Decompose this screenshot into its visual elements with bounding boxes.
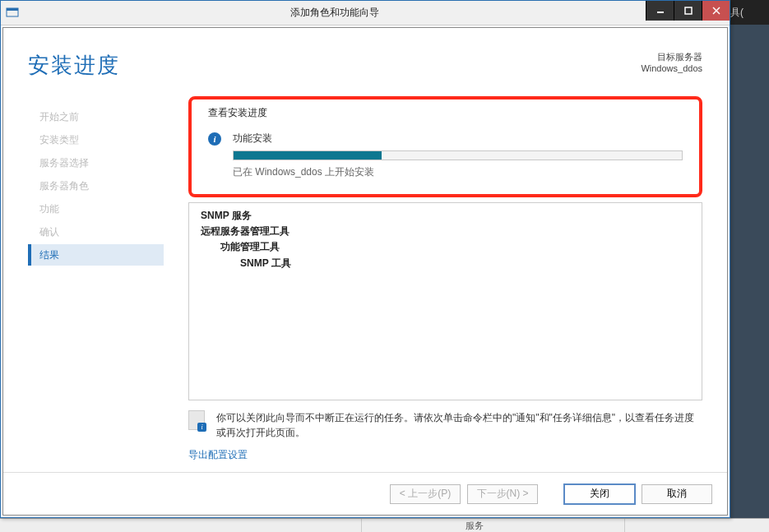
target-server-name: Windows_ddos	[641, 63, 702, 73]
progress-highlight-box: 查看安装进度 i 功能安装 已在 Windows_ddos 上开始安装	[188, 96, 702, 197]
progress-bar-fill	[234, 151, 382, 160]
sidebar-item-1: 安装类型	[28, 129, 164, 150]
background-status-strip: 服务	[0, 518, 769, 532]
target-server-box: 目标服务器 Windows_ddos	[641, 51, 702, 73]
header-row: 安装进度 目标服务器 Windows_ddos	[3, 28, 727, 91]
svg-rect-1	[7, 8, 18, 11]
button-row: < 上一步(P) 下一步(N) > 关闭 取消	[3, 472, 727, 515]
bg-col-1	[197, 519, 362, 532]
note-row: 你可以关闭此向导而不中断正在运行的任务。请依次单击命令栏中的"通知"和"任务详细…	[188, 400, 702, 443]
dialog-body: 安装进度 目标服务器 Windows_ddos 开始之前安装类型服务器选择服务器…	[2, 27, 728, 516]
feature-line-1: 远程服务器管理工具	[201, 224, 690, 239]
note-text: 你可以关闭此向导而不中断正在运行的任务。请依次单击命令栏中的"通知"和"任务详细…	[216, 410, 702, 440]
next-button[interactable]: 下一步(N) >	[467, 484, 538, 504]
progress-section-label: 查看安装进度	[208, 106, 683, 120]
titlebar-app-icon	[6, 7, 19, 20]
install-status-title: 功能安装	[233, 132, 272, 146]
feature-line-0: SNMP 服务	[201, 208, 690, 224]
titlebar-title: 添加角色和功能向导	[24, 6, 646, 20]
main-pane: 查看安装进度 i 功能安装 已在 Windows_ddos 上开始安装 SNMP…	[164, 91, 727, 472]
info-icon: i	[208, 132, 221, 146]
titlebar: 添加角色和功能向导	[1, 1, 730, 25]
sidebar-item-2: 服务器选择	[28, 152, 164, 173]
wizard-dialog: 添加角色和功能向导 安装进度 目标服务器 Windows_ddos 开始之前安装…	[0, 0, 730, 518]
page-title: 安装进度	[28, 51, 120, 80]
target-server-label: 目标服务器	[641, 51, 702, 63]
close-button[interactable]	[702, 1, 730, 21]
sidebar-item-4: 功能	[28, 198, 164, 220]
sidebar-item-3: 服务器角色	[28, 175, 164, 197]
svg-rect-3	[685, 7, 692, 14]
features-list: SNMP 服务远程服务器管理工具功能管理工具SNMP 工具	[188, 202, 702, 400]
window-buttons	[646, 1, 730, 25]
wizard-sidebar: 开始之前安装类型服务器选择服务器角色功能确认结果	[28, 91, 164, 472]
sidebar-item-6: 结果	[28, 244, 164, 266]
feature-line-3: SNMP 工具	[201, 256, 690, 271]
bg-col-2: 服务	[461, 519, 625, 532]
cancel-button[interactable]: 取消	[642, 484, 712, 504]
sidebar-item-0: 开始之前	[28, 106, 164, 127]
sidebar-item-5: 确认	[28, 221, 164, 243]
maximize-button[interactable]	[674, 1, 702, 21]
note-info-icon	[188, 410, 205, 430]
export-config-link[interactable]: 导出配置设置	[188, 448, 702, 462]
progress-status-text: 已在 Windows_ddos 上开始安装	[233, 165, 683, 179]
previous-button[interactable]: < 上一步(P)	[390, 484, 461, 504]
feature-line-2: 功能管理工具	[201, 239, 690, 255]
progress-bar	[233, 150, 683, 160]
minimize-button[interactable]	[646, 1, 674, 21]
close-wizard-button[interactable]: 关闭	[564, 484, 635, 504]
